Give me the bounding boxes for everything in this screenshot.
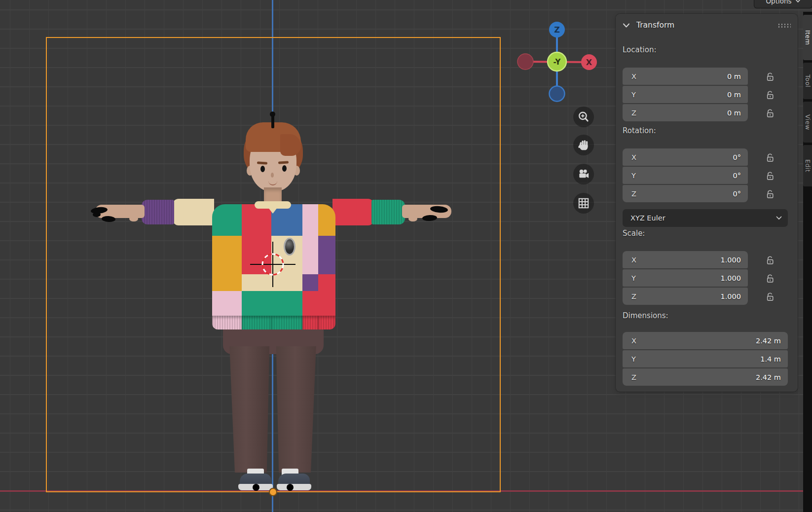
navigation-gizmo[interactable]: X Z -Y [513, 19, 597, 103]
object-origin [269, 488, 277, 496]
location-x-field[interactable]: X 0 m [623, 68, 748, 85]
rotation-x-field[interactable]: X 0° [623, 148, 748, 166]
svg-text:X: X [586, 58, 592, 67]
gizmo-axis-neg-z[interactable] [550, 86, 565, 102]
panel-collapse-chevron-icon[interactable] [623, 23, 630, 28]
dimensions-fields: X 2.42 m Y 1.4 m Z 2.42 m [623, 332, 788, 386]
options-button[interactable]: Options [754, 0, 812, 8]
lock-icon[interactable] [765, 273, 775, 284]
rotation-mode-dropdown[interactable]: XYZ Euler [623, 209, 788, 227]
tab-edit[interactable]: Edit [803, 145, 812, 186]
location-z-field[interactable]: Z 0 m [623, 104, 748, 121]
lock-icon[interactable] [765, 170, 775, 181]
dimensions-label: Dimensions: [623, 311, 668, 320]
chevron-down-icon [776, 216, 782, 220]
lock-icon[interactable] [765, 255, 775, 265]
scale-fields: X 1.000 Y 1.000 Z 1.000 [623, 251, 748, 305]
lock-icon[interactable] [765, 108, 775, 118]
svg-text:-Y: -Y [554, 58, 561, 67]
3d-cursor [249, 241, 296, 288]
tab-view[interactable]: View [803, 102, 812, 143]
rotation-mode-value: XYZ Euler [630, 214, 665, 222]
pan-icon[interactable] [573, 135, 594, 155]
panel-drag-handle[interactable] [777, 23, 791, 28]
lock-icon[interactable] [765, 71, 775, 82]
dimensions-x-field[interactable]: X 2.42 m [623, 332, 788, 349]
gizmo-axis-neg-y[interactable]: -Y [548, 52, 566, 71]
gizmo-axis-neg-x[interactable] [517, 54, 533, 70]
lock-icon[interactable] [765, 152, 775, 163]
scale-x-field[interactable]: X 1.000 [623, 251, 748, 268]
lock-icon[interactable] [765, 89, 775, 100]
options-label: Options [766, 0, 791, 5]
rotation-fields: X 0° Y 0° Z 0° [623, 148, 748, 202]
dimensions-z-field[interactable]: Z 2.42 m [623, 368, 788, 386]
location-fields: X 0 m Y 0 m Z 0 m [623, 68, 748, 121]
lock-icon[interactable] [765, 291, 775, 302]
dimensions-y-field[interactable]: Y 1.4 m [623, 350, 788, 367]
tab-tool[interactable]: Tool [803, 63, 812, 99]
scale-z-field[interactable]: Z 1.000 [623, 288, 748, 305]
gizmo-axis-x[interactable]: X [581, 54, 597, 70]
panel-title: Transform [636, 21, 674, 30]
zoom-icon[interactable] [573, 107, 594, 127]
rotation-y-field[interactable]: Y 0° [623, 167, 748, 184]
rotation-label: Rotation: [623, 126, 656, 135]
scale-y-field[interactable]: Y 1.000 [623, 269, 748, 287]
lock-icon[interactable] [765, 188, 775, 199]
transform-panel: Transform Location: X 0 m Y 0 m Z 0 m Ro… [616, 14, 798, 392]
chevron-down-icon [795, 0, 801, 3]
sidebar-tab-strip: Item Tool View Edit [803, 12, 812, 512]
rotation-z-field[interactable]: Z 0° [623, 185, 748, 202]
location-label: Location: [623, 45, 657, 54]
tab-item[interactable]: Item [803, 15, 812, 60]
svg-text:Z: Z [554, 25, 560, 35]
camera-icon[interactable] [573, 164, 594, 184]
grid-icon[interactable] [573, 193, 594, 214]
location-y-field[interactable]: Y 0 m [623, 86, 748, 103]
scale-label: Scale: [623, 229, 645, 238]
gizmo-axis-z[interactable]: Z [549, 22, 565, 37]
